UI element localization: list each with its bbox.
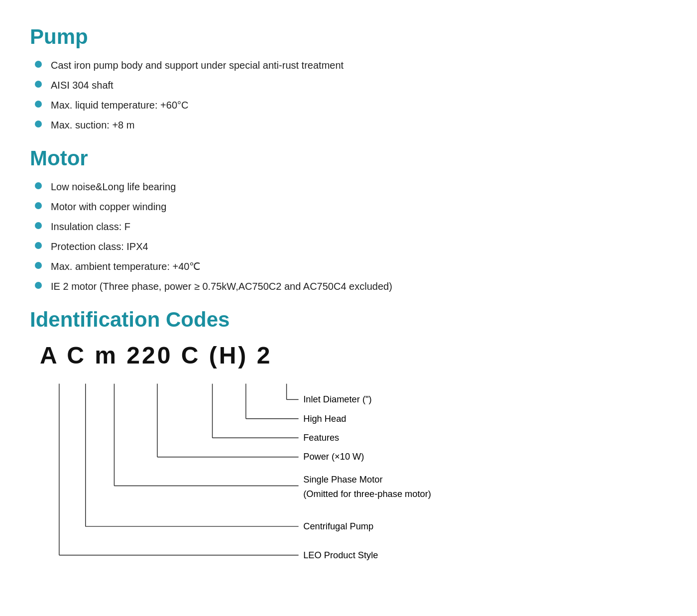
motor-item-6: IE 2 motor (Three phase, power ≥ 0.75kW,… — [51, 279, 392, 294]
bullet-dot — [35, 101, 42, 108]
bullet-dot — [35, 202, 42, 209]
pump-section: Pump Cast iron pump body and support und… — [30, 25, 667, 132]
id-code-diagram: Inlet Diameter (") High Head Features Po… — [45, 374, 667, 583]
label-features: Features — [303, 432, 339, 443]
list-item: Protection class: IPX4 — [35, 239, 667, 254]
list-item: Max. suction: +8 m — [35, 118, 667, 132]
motor-section: Motor Low noise&Long life bearing Motor … — [30, 146, 667, 294]
label-single-phase-note: (Omitted for three-phase motor) — [303, 489, 431, 499]
id-code-display: A C m 220 C (H) 2 — [40, 342, 667, 369]
list-item: AISI 304 shaft — [35, 78, 667, 93]
pump-item-4: Max. suction: +8 m — [51, 118, 134, 132]
list-item: Motor with copper winding — [35, 199, 667, 214]
bullet-dot — [35, 242, 42, 249]
pump-item-2: AISI 304 shaft — [51, 78, 114, 93]
list-item: Cast iron pump body and support under sp… — [35, 58, 667, 73]
bullet-dot — [35, 222, 42, 229]
bullet-dot — [35, 121, 42, 127]
motor-item-4: Protection class: IPX4 — [51, 239, 148, 254]
label-centrifugal-pump: Centrifugal Pump — [303, 521, 373, 531]
motor-bullet-list: Low noise&Long life bearing Motor with c… — [30, 179, 667, 294]
list-item: Max. liquid temperature: +60°C — [35, 98, 667, 113]
label-inlet-diameter: Inlet Diameter (") — [303, 394, 371, 404]
list-item: IE 2 motor (Three phase, power ≥ 0.75kW,… — [35, 279, 667, 294]
list-item: Max. ambient temperature: +40℃ — [35, 259, 667, 274]
pump-title: Pump — [30, 25, 667, 49]
motor-item-2: Motor with copper winding — [51, 199, 166, 214]
pump-item-3: Max. liquid temperature: +60°C — [51, 98, 188, 113]
list-item: Insulation class: F — [35, 219, 667, 234]
bullet-dot — [35, 262, 42, 269]
pump-bullet-list: Cast iron pump body and support under sp… — [30, 58, 667, 132]
identification-section: Identification Codes A C m 220 C (H) 2 I… — [30, 308, 667, 583]
label-power: Power (×10 W) — [303, 452, 364, 462]
motor-item-1: Low noise&Long life bearing — [51, 179, 176, 194]
identification-title: Identification Codes — [30, 308, 667, 332]
label-leo-product-style: LEO Product Style — [303, 550, 378, 560]
motor-title: Motor — [30, 146, 667, 170]
label-single-phase: Single Phase Motor — [303, 474, 382, 485]
motor-item-5: Max. ambient temperature: +40℃ — [51, 259, 200, 274]
bullet-dot — [35, 282, 42, 289]
motor-item-3: Insulation class: F — [51, 219, 130, 234]
bullet-dot — [35, 81, 42, 88]
bullet-dot — [35, 61, 42, 68]
diagram-svg: Inlet Diameter (") High Head Features Po… — [45, 374, 667, 583]
bullet-dot — [35, 182, 42, 189]
list-item: Low noise&Long life bearing — [35, 179, 667, 194]
pump-item-1: Cast iron pump body and support under sp… — [51, 58, 344, 73]
label-high-head: High Head — [303, 413, 346, 424]
